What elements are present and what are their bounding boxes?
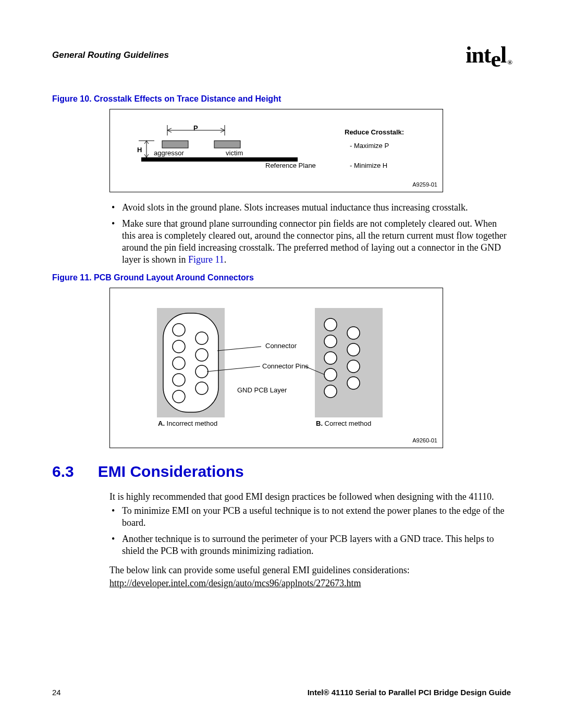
bullet-item: Avoid slots in the ground plane. Slots i… [109, 202, 511, 214]
figure11-xref[interactable]: Figure 11 [188, 254, 224, 265]
svg-point-23 [324, 368, 337, 381]
section-title: EMI Considerations [98, 463, 244, 480]
label-gnd-layer: GND PCB Layer [237, 386, 287, 394]
bullet-text: Make sure that ground plane surrounding … [122, 218, 507, 265]
svg-point-25 [347, 327, 360, 339]
svg-point-20 [324, 318, 337, 331]
page-number: 24 [52, 688, 61, 697]
bullet-tail: . [224, 254, 227, 265]
label-victim: victim [226, 149, 243, 157]
svg-point-22 [324, 352, 337, 364]
running-head: General Routing Guidelines [52, 50, 169, 60]
label-refplane: Reference Plane [265, 162, 316, 169]
reduce-crosstalk-line2: - Minimize H [350, 162, 387, 169]
svg-point-11 [173, 340, 185, 353]
svg-point-16 [195, 349, 208, 361]
svg-point-24 [324, 385, 337, 398]
svg-point-15 [195, 332, 208, 344]
bullet-item: Make sure that ground plane surrounding … [109, 218, 511, 266]
bullet-item: To minimize EMI on your PCB a useful tec… [109, 505, 511, 529]
figure11-box: Connector Connector Pins GND PCB Layer A… [109, 288, 443, 448]
section-para: It is highly recommended that good EMI d… [109, 491, 511, 503]
svg-point-10 [173, 324, 185, 336]
label-connector: Connector [265, 342, 297, 350]
external-link[interactable]: http://developer.intel.com/design/auto/m… [109, 578, 511, 589]
label-a: A. Incorrect method [158, 419, 217, 427]
svg-point-18 [195, 382, 208, 394]
label-aggressor: aggressor [154, 149, 184, 157]
svg-rect-4 [214, 141, 240, 148]
figure10-code: A9259-01 [412, 181, 437, 188]
svg-point-26 [347, 343, 360, 356]
reduce-crosstalk-line1: - Maximize P [350, 142, 389, 150]
label-connector-pins: Connector Pins [262, 362, 309, 370]
svg-point-12 [173, 357, 185, 369]
section-number: 6.3 [52, 463, 74, 480]
section-para: The below link can provide some useful g… [109, 564, 511, 576]
label-H: H [137, 146, 142, 154]
figure11-code: A9260-01 [412, 437, 437, 443]
svg-point-28 [347, 377, 360, 389]
svg-rect-3 [162, 141, 188, 148]
bullet-item: Another technique is to surround the per… [109, 533, 511, 557]
figure11-caption: Figure 11. PCB Ground Layout Around Conn… [52, 273, 511, 282]
footer-title: Intel® 41110 Serial to Parallel PCI Brid… [308, 688, 511, 697]
svg-point-27 [347, 360, 360, 373]
figure10-caption: Figure 10. Crosstalk Effects on Trace Di… [52, 94, 511, 104]
label-b: B. Correct method [316, 419, 371, 427]
svg-rect-9 [163, 313, 218, 412]
svg-point-21 [324, 335, 337, 348]
svg-point-14 [173, 390, 185, 403]
svg-rect-7 [141, 157, 298, 162]
figure10-box: P H aggressor victim Reference Plane Red… [109, 109, 443, 192]
label-P: P [193, 124, 198, 132]
intel-logo: intel® [466, 42, 511, 68]
svg-point-17 [195, 365, 208, 378]
reduce-crosstalk-title: Reduce Crosstalk: [345, 128, 404, 136]
svg-point-13 [173, 374, 185, 386]
